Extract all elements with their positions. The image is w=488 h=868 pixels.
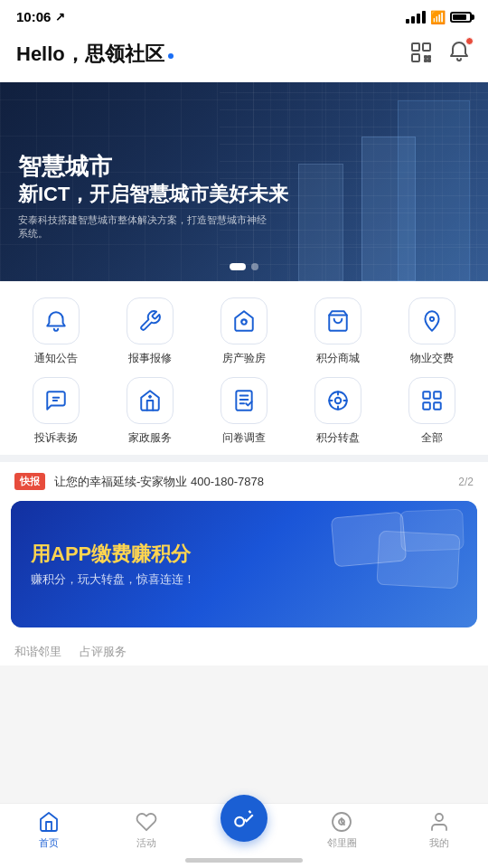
svg-rect-17 bbox=[434, 392, 441, 399]
menu-row-1: 通知公告 报事报修 房产验房 积分商城 物业交费 bbox=[9, 297, 479, 366]
shop-icon-wrap bbox=[314, 297, 361, 344]
signal-bars-icon bbox=[406, 11, 426, 24]
nav-label-community: 邻里圈 bbox=[327, 836, 357, 850]
section-tabs: 和谐邻里 占评服务 bbox=[0, 638, 488, 665]
news-tag: 快报 bbox=[14, 473, 45, 490]
promo-banner[interactable]: 用APP缴费赚积分 赚积分，玩大转盘，惊喜连连！ bbox=[11, 501, 477, 627]
menu-label-points: 积分转盘 bbox=[316, 430, 360, 446]
hero-banner: 智慧城市 新ICT，开启智慧城市美好未来 安泰科技搭建智慧城市整体解决方案，打造… bbox=[0, 82, 488, 281]
menu-label-notify: 通知公告 bbox=[34, 351, 78, 366]
nav-label-home: 首页 bbox=[39, 836, 59, 850]
housework-icon-wrap bbox=[127, 377, 174, 424]
status-time: 10:06 bbox=[16, 9, 51, 24]
nav-label-activity: 活动 bbox=[136, 836, 156, 850]
pay-icon-wrap bbox=[408, 297, 455, 344]
nav-item-mine[interactable]: 我的 bbox=[390, 811, 488, 850]
svg-point-9 bbox=[430, 317, 434, 321]
scan-icon[interactable] bbox=[408, 40, 434, 69]
survey-icon-wrap bbox=[221, 377, 267, 424]
banner-title1: 智慧城市 bbox=[18, 152, 288, 183]
status-bar: 10:06 ↗ 📶 bbox=[0, 0, 488, 30]
banner-subtitle: 安泰科技搭建智慧城市整体解决方案，打造智慧城市神经系统。 bbox=[18, 213, 271, 241]
menu-item-house[interactable]: 房产验房 bbox=[197, 297, 291, 366]
menu-item-notify[interactable]: 通知公告 bbox=[9, 297, 103, 366]
menu-label-all: 全部 bbox=[421, 430, 443, 446]
svg-rect-18 bbox=[423, 402, 430, 410]
nav-label-mine: 我的 bbox=[429, 836, 449, 850]
news-page: 2/2 bbox=[458, 476, 474, 488]
svg-point-20 bbox=[235, 816, 244, 826]
house-icon-wrap bbox=[221, 297, 267, 344]
menu-item-points[interactable]: 积分转盘 bbox=[291, 377, 385, 446]
menu-label-repair: 报事报修 bbox=[128, 351, 172, 366]
menu-item-pay[interactable]: 物业交费 bbox=[385, 297, 479, 366]
svg-rect-1 bbox=[423, 43, 430, 51]
menu-item-shop[interactable]: 积分商城 bbox=[291, 297, 385, 366]
banner-dot-2[interactable] bbox=[251, 263, 258, 270]
nav-item-community[interactable]: 邻里圈 bbox=[293, 811, 390, 850]
all-icon-wrap bbox=[408, 377, 455, 424]
promo-section: 用APP缴费赚积分 赚积分，玩大转盘，惊喜连连！ bbox=[0, 501, 488, 638]
menu-label-house: 房产验房 bbox=[222, 351, 266, 366]
menu-label-pay: 物业交费 bbox=[410, 351, 454, 366]
divider-1 bbox=[0, 455, 488, 462]
svg-rect-16 bbox=[423, 392, 430, 399]
key-center-btn[interactable] bbox=[221, 795, 267, 842]
menu-label-complaint: 投诉表扬 bbox=[34, 430, 78, 446]
battery-icon bbox=[450, 12, 472, 23]
header-actions bbox=[408, 39, 472, 70]
tab-harmony[interactable]: 和谐邻里 bbox=[14, 644, 61, 665]
menu-label-shop: 积分商城 bbox=[316, 351, 360, 366]
banner-title2: 新ICT，开启智慧城市美好未来 bbox=[18, 182, 288, 208]
svg-rect-4 bbox=[428, 56, 430, 58]
menu-row-2: 投诉表扬 家政服务 问卷调查 积分转盘 全部 bbox=[9, 377, 479, 446]
notification-dot bbox=[465, 37, 474, 45]
menu-label-housework: 家政服务 bbox=[128, 430, 172, 446]
bottom-spacer bbox=[0, 665, 488, 747]
svg-point-23 bbox=[436, 814, 443, 821]
wifi-icon: 📶 bbox=[430, 10, 446, 24]
menu-item-complaint[interactable]: 投诉表扬 bbox=[9, 377, 103, 446]
nav-item-key[interactable] bbox=[195, 816, 293, 845]
notify-icon-wrap bbox=[33, 297, 80, 344]
menu-label-survey: 问卷调查 bbox=[222, 430, 266, 446]
status-icons: 📶 bbox=[406, 10, 472, 24]
header-greeting: Hello，思领社区 bbox=[16, 41, 174, 68]
svg-rect-3 bbox=[425, 56, 427, 58]
location-arrow-icon: ↗ bbox=[55, 10, 65, 24]
svg-rect-19 bbox=[434, 402, 441, 410]
svg-rect-10 bbox=[236, 391, 251, 410]
promo-content: 用APP缴费赚积分 赚积分，玩大转盘，惊喜连连！ bbox=[31, 542, 195, 588]
banner-dots bbox=[230, 263, 258, 270]
promo-title: 用APP缴费赚积分 bbox=[31, 542, 195, 568]
svg-point-15 bbox=[335, 398, 342, 404]
notification-bell-icon[interactable] bbox=[446, 39, 472, 70]
tab-review[interactable]: 占评服务 bbox=[80, 644, 127, 665]
complaint-icon-wrap bbox=[33, 377, 80, 424]
nav-item-home[interactable]: 首页 bbox=[0, 811, 98, 850]
greeting-dot bbox=[168, 53, 174, 59]
promo-decoration bbox=[244, 501, 477, 627]
header: Hello，思领社区 bbox=[0, 30, 488, 82]
banner-text: 智慧城市 新ICT，开启智慧城市美好未来 安泰科技搭建智慧城市整体解决方案，打造… bbox=[18, 152, 288, 241]
svg-rect-2 bbox=[412, 54, 419, 61]
menu-item-all[interactable]: 全部 bbox=[385, 377, 479, 446]
svg-rect-5 bbox=[425, 60, 427, 61]
news-text: 让您的幸福延续-安家物业 400-180-7878 bbox=[54, 474, 449, 490]
menu-item-housework[interactable]: 家政服务 bbox=[103, 377, 197, 446]
menu-item-survey[interactable]: 问卷调查 bbox=[197, 377, 291, 446]
home-indicator bbox=[185, 858, 303, 863]
menu-section: 通知公告 报事报修 房产验房 积分商城 物业交费 bbox=[0, 281, 488, 455]
banner-dot-1[interactable] bbox=[230, 263, 246, 270]
news-bar[interactable]: 快报 让您的幸福延续-安家物业 400-180-7878 2/2 bbox=[0, 462, 488, 501]
promo-subtitle: 赚积分，玩大转盘，惊喜连连！ bbox=[31, 571, 195, 587]
svg-rect-6 bbox=[428, 60, 430, 61]
nav-item-activity[interactable]: 活动 bbox=[98, 811, 195, 850]
points-icon-wrap bbox=[314, 377, 361, 424]
svg-rect-0 bbox=[412, 43, 419, 51]
menu-item-repair[interactable]: 报事报修 bbox=[103, 297, 197, 366]
repair-icon-wrap bbox=[127, 297, 174, 344]
